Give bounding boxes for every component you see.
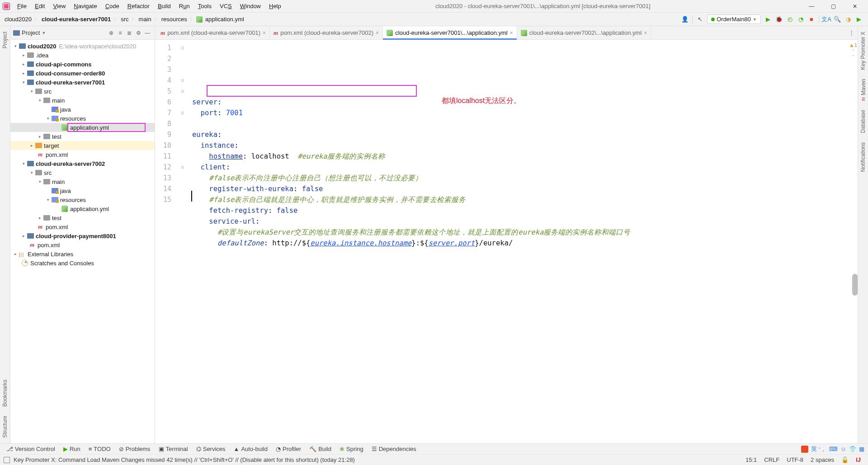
window-close[interactable]: ✕ — [844, 0, 865, 13]
crumb-3[interactable]: main — [138, 15, 152, 23]
editor-body[interactable]: 123456789101112131415 ⊟⊟⊟⊟⊟ 都填localhost无… — [155, 40, 858, 443]
tree-7002-src[interactable]: ▾src — [10, 168, 155, 177]
menu-window[interactable]: Window — [236, 2, 264, 10]
tree-7002-pom[interactable]: mpom.xml — [10, 222, 155, 231]
tree-7001-java[interactable]: java — [10, 105, 155, 114]
crumb-1[interactable]: cloud-eureka-server7001 — [41, 15, 112, 23]
ime-tool1[interactable]: ⌨ — [829, 446, 838, 452]
services-tab[interactable]: ⌬ Services — [193, 445, 228, 453]
line-separator[interactable]: CRLF — [760, 456, 783, 463]
close-icon[interactable]: × — [376, 30, 379, 36]
tabs-more-icon[interactable]: ⋮ — [845, 26, 858, 39]
tab-0[interactable]: mpom.xml (cloud-eureka-server7001)× — [157, 26, 270, 39]
spring-tab[interactable]: ❀ Spring — [337, 445, 366, 453]
menu-vcs[interactable]: VCS — [216, 2, 236, 10]
hide-icon[interactable]: — — [143, 28, 152, 38]
tree-order80[interactable]: ▸cloud-consumer-order80 — [10, 69, 155, 78]
build-tab[interactable]: 🔨 Build — [307, 445, 334, 453]
run-config-select[interactable]: OrderMain80 ▼ — [707, 14, 761, 24]
ime-tool3[interactable]: 👕 — [849, 446, 856, 452]
right-keypromoter-tab[interactable]: Key Promoter X — [860, 29, 866, 73]
readonly-lock-icon[interactable]: 🔓 — [838, 456, 852, 463]
tree-7001-test[interactable]: ▸test — [10, 132, 155, 141]
tree-7001-pom[interactable]: mpom.xml — [10, 150, 155, 159]
code-editor[interactable]: 都填localhost无法区分。 server: port: 7001 eure… — [189, 40, 849, 443]
ime-tool2[interactable]: ☺ — [840, 446, 846, 452]
tree-api-commons[interactable]: ▸cloud-api-commons — [10, 60, 155, 69]
ide-brand-icon[interactable]: IJ — [852, 456, 864, 463]
tree-7001-res[interactable]: ▾resources — [10, 114, 155, 123]
debug-icon[interactable]: 🐞 — [774, 14, 784, 24]
crumb-2[interactable]: src — [120, 15, 129, 23]
tree-7002-test[interactable]: ▸test — [10, 213, 155, 222]
avatar-icon[interactable]: 文A — [821, 14, 831, 24]
close-icon[interactable]: × — [263, 30, 266, 36]
encoding[interactable]: UTF-8 — [783, 456, 807, 463]
left-structure-tab[interactable]: Structure — [2, 413, 8, 441]
dependencies-tab[interactable]: ☰ Dependencies — [369, 445, 419, 453]
tab-3[interactable]: cloud-eureka-server7002\...\application.… — [517, 26, 651, 39]
window-minimize[interactable]: — — [801, 0, 822, 13]
tree-root[interactable]: ▾cloud2020E:\idea-workspace\cloud2020 — [10, 42, 155, 51]
status-toggle-icon[interactable] — [4, 457, 10, 463]
terminal-tab[interactable]: ▣ Terminal — [156, 445, 191, 453]
search-icon[interactable]: 🔍 — [832, 14, 842, 24]
problems-tab[interactable]: ⊘ Problems — [116, 445, 153, 453]
collapse-icon[interactable]: ≣ — [125, 28, 134, 38]
menu-run[interactable]: Run — [175, 2, 193, 10]
todo-tab[interactable]: ≡ TODO — [86, 445, 113, 453]
menu-refactor[interactable]: Refactor — [124, 2, 153, 10]
tree-7002-java[interactable]: java — [10, 186, 155, 195]
menu-help[interactable]: Help — [265, 2, 285, 10]
run-icon[interactable]: ▶ — [763, 14, 773, 24]
run2-icon[interactable]: ▶ — [854, 14, 864, 24]
tree-7001-src[interactable]: ▾src — [10, 87, 155, 96]
menu-edit[interactable]: Edit — [31, 2, 48, 10]
right-notifications-tab[interactable]: Notifications — [860, 140, 866, 174]
fold-gutter[interactable]: ⊟⊟⊟⊟⊟ — [177, 40, 189, 443]
run-tab[interactable]: ▶ Run — [61, 445, 83, 453]
window-maximize[interactable]: ▢ — [823, 0, 844, 13]
stop-icon[interactable]: ■ — [807, 14, 816, 24]
menu-build[interactable]: Build — [154, 2, 175, 10]
tree-7002-main[interactable]: ▾main — [10, 177, 155, 186]
tree-7001-appyml[interactable]: application.yml — [10, 123, 155, 132]
ime-tool4[interactable]: ▦ — [859, 446, 864, 452]
tree-payment8001[interactable]: ▸cloud-provider-payment8001 — [10, 231, 155, 240]
menu-code[interactable]: Code — [102, 2, 123, 10]
tree-7001-main[interactable]: ▾main — [10, 96, 155, 105]
right-database-tab[interactable]: Database — [860, 107, 866, 136]
tree-7002-appyml[interactable]: application.yml — [10, 204, 155, 213]
caret-position[interactable]: 15:1 — [742, 456, 760, 463]
tree-idea[interactable]: ▸.idea — [10, 51, 155, 60]
tree-scratches[interactable]: Scratches and Consoles — [10, 258, 155, 268]
close-icon[interactable]: × — [510, 30, 513, 36]
sogou-ime-icon[interactable] — [801, 446, 808, 453]
profiler-tab[interactable]: ◔ Profiler — [273, 445, 304, 453]
crumb-4[interactable]: resources — [160, 15, 188, 23]
tree-eureka7002[interactable]: ▾cloud-eureka-server7002 — [10, 159, 155, 168]
tree-root-pom[interactable]: mpom.xml — [10, 240, 155, 249]
left-bookmarks-tab[interactable]: Bookmarks — [2, 377, 8, 409]
tree-7001-target[interactable]: ▸target — [10, 141, 155, 150]
profile-icon[interactable]: ◔ — [796, 14, 806, 24]
indent[interactable]: 2 spaces — [807, 456, 838, 463]
expand-icon[interactable]: ≡ — [116, 28, 125, 38]
settings-icon[interactable]: ⚙ — [134, 28, 143, 38]
scrollbar[interactable] — [852, 274, 858, 296]
left-project-tab[interactable]: Project — [2, 29, 8, 51]
project-tree[interactable]: ▾cloud2020E:\idea-workspace\cloud2020 ▸.… — [10, 40, 155, 443]
coverage-icon[interactable]: ◴ — [785, 14, 795, 24]
locate-icon[interactable]: ⊕ — [107, 28, 116, 38]
tree-eureka7001[interactable]: ▾cloud-eureka-server7001 — [10, 78, 155, 87]
tree-external-libs[interactable]: ▸External Libraries — [10, 249, 155, 258]
crumb-0[interactable]: cloud2020 — [4, 15, 33, 23]
menu-view[interactable]: View — [49, 2, 69, 10]
vcs-tab[interactable]: ⎇ Version Control — [4, 445, 58, 453]
ide-update-icon[interactable]: ◑ — [843, 14, 853, 24]
ime-lang[interactable]: 英 ˒， — [811, 445, 826, 453]
crumb-5[interactable]: application.yml — [204, 15, 245, 23]
build-hammer-icon[interactable]: ↖ — [695, 14, 705, 24]
right-maven-tab[interactable]: mMaven — [860, 76, 867, 104]
menu-navigate[interactable]: Navigate — [70, 2, 100, 10]
